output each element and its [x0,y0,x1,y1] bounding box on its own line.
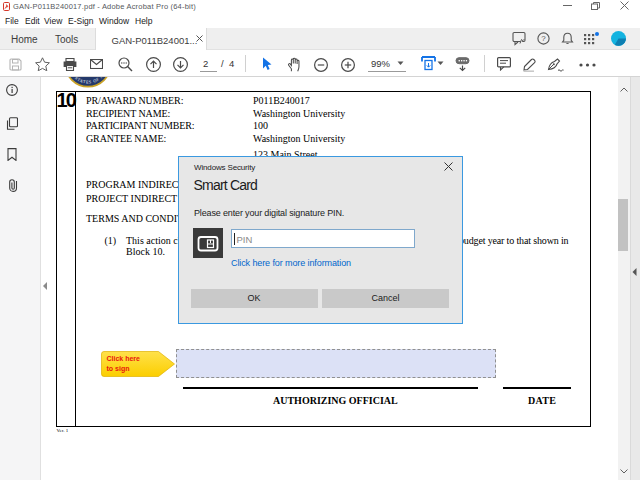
svg-text:?: ? [541,34,546,43]
